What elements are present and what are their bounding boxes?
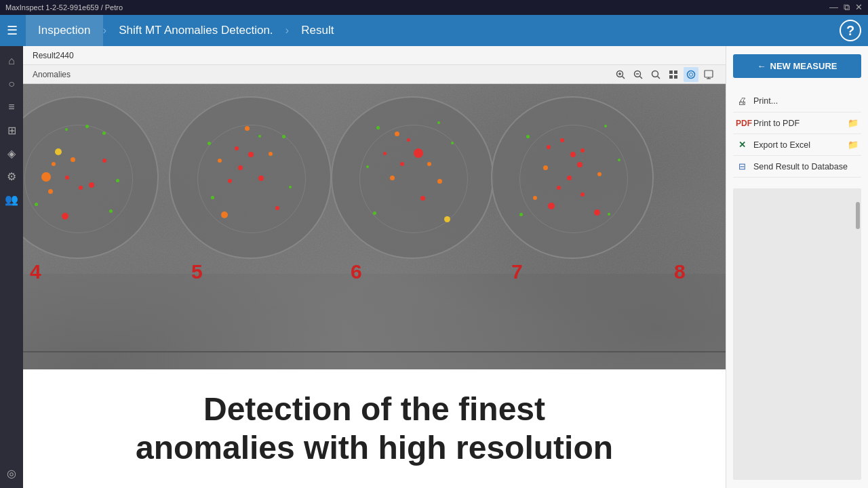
svg-line-8 [658, 76, 660, 79]
circle-num-8: 8 [674, 260, 686, 283]
text-overlay: Detection of the finest anomalies with h… [23, 369, 726, 488]
zoom-out-btn[interactable] [631, 67, 646, 82]
new-measure-button[interactable]: ← NEW MEASURE [733, 54, 861, 78]
circle-num-partial: 4 [30, 260, 41, 283]
circle-num-6: 6 [351, 260, 362, 283]
svg-rect-9 [669, 70, 673, 74]
svg-point-14 [690, 73, 693, 76]
print-action[interactable]: 🖨 Print... [733, 90, 861, 113]
circle-num-7: 7 [511, 260, 523, 283]
app-title: MaxInspect 1-2-52-991e659 / Petro [5, 3, 123, 12]
svg-line-5 [640, 76, 643, 79]
sidebar-home-icon[interactable]: ⌂ [2, 52, 21, 70]
print-pdf-label: Print to PDF [753, 119, 800, 128]
content-area: Result2440 Anomalies [23, 46, 726, 488]
toolbar-bar: Anomalies [23, 65, 726, 84]
sidebar-grid-icon[interactable]: ⊞ [2, 121, 21, 140]
zoom-fit-btn[interactable] [648, 67, 663, 82]
nav-inspection[interactable]: Inspection [26, 15, 103, 46]
scrollbar-thumb[interactable] [856, 202, 860, 229]
svg-rect-11 [669, 75, 673, 79]
toolbar-label: Anomalies [33, 70, 71, 79]
nav-shift-mt[interactable]: Shift MT Anomalies Detection. [106, 15, 285, 46]
detector-3 [331, 96, 494, 259]
left-sidebar: ⌂ ○ ≡ ⊞ ◈ ⚙ 👥 ◎ [0, 46, 23, 488]
help-button[interactable]: ? [840, 20, 861, 41]
excel-icon: ✕ [736, 140, 748, 150]
right-panel: ← NEW MEASURE 🖨 Print... PDF Print to PD… [726, 46, 868, 488]
new-measure-icon: ← [757, 61, 766, 71]
svg-point-13 [688, 70, 695, 78]
minimize-btn[interactable]: — [829, 2, 838, 13]
nav-result[interactable]: Result [289, 15, 346, 46]
print-pdf-action[interactable]: PDF Print to PDF 📁 [733, 113, 861, 134]
zoom-in-btn[interactable] [613, 67, 628, 82]
sidebar-target-icon[interactable]: ◎ [2, 464, 21, 483]
divider-line [23, 351, 726, 352]
export-excel-label: Export to Excel [753, 140, 810, 150]
new-measure-label: NEW MEASURE [770, 61, 837, 71]
export-excel-action[interactable]: ✕ Export to Excel 📁 [733, 134, 861, 156]
sidebar-menu-icon[interactable]: ≡ [2, 98, 21, 117]
send-db-label: Send Result to Database [753, 162, 848, 171]
db-icon: ⊟ [736, 161, 748, 171]
sidebar-circle-icon[interactable]: ○ [2, 75, 21, 94]
grid-view-btn[interactable] [666, 67, 681, 82]
svg-rect-12 [674, 75, 677, 79]
detector-2 [169, 96, 332, 259]
svg-rect-10 [674, 70, 677, 74]
close-btn[interactable]: ✕ [855, 2, 863, 13]
maximize-btn[interactable]: ⧉ [844, 2, 850, 13]
print-label: Print... [753, 96, 778, 106]
sidebar-users-icon[interactable]: 👥 [2, 190, 21, 209]
svg-point-7 [652, 70, 658, 77]
window-controls[interactable]: — ⧉ ✕ [829, 2, 863, 13]
scroll-fill-area [733, 188, 861, 480]
circle-num-5: 5 [191, 260, 203, 283]
export-view-btn[interactable] [701, 67, 716, 82]
pdf-icon: PDF [736, 119, 748, 128]
svg-line-1 [623, 76, 625, 79]
sidebar-gear-icon[interactable]: ⚙ [2, 167, 21, 186]
title-bar: MaxInspect 1-2-52-991e659 / Petro — ⧉ ✕ [0, 0, 868, 15]
image-viewer: 5 6 7 8 4 Detection of the finest anomal… [23, 84, 726, 488]
main-layout: ⌂ ○ ≡ ⊞ ◈ ⚙ 👥 ◎ Result2440 Anomalies [0, 46, 868, 488]
pdf-folder-icon: 📁 [848, 118, 859, 128]
hamburger-menu-icon[interactable]: ☰ [7, 23, 18, 38]
navbar: ☰ Inspection › Shift MT Anomalies Detect… [0, 15, 868, 46]
print-icon: 🖨 [736, 96, 748, 106]
excel-folder-icon: 📁 [848, 140, 859, 150]
breadcrumb-bar: Result2440 [23, 46, 726, 65]
circle-view-btn[interactable] [684, 67, 698, 82]
detection-text: Detection of the finest anomalies with h… [64, 390, 685, 468]
breadcrumb-result: Result2440 [33, 51, 74, 60]
svg-rect-15 [705, 70, 713, 77]
send-db-action[interactable]: ⊟ Send Result to Database [733, 156, 861, 178]
detector-4 [491, 96, 654, 259]
toolbar-icons [613, 67, 716, 82]
sidebar-shape-icon[interactable]: ◈ [2, 144, 21, 163]
